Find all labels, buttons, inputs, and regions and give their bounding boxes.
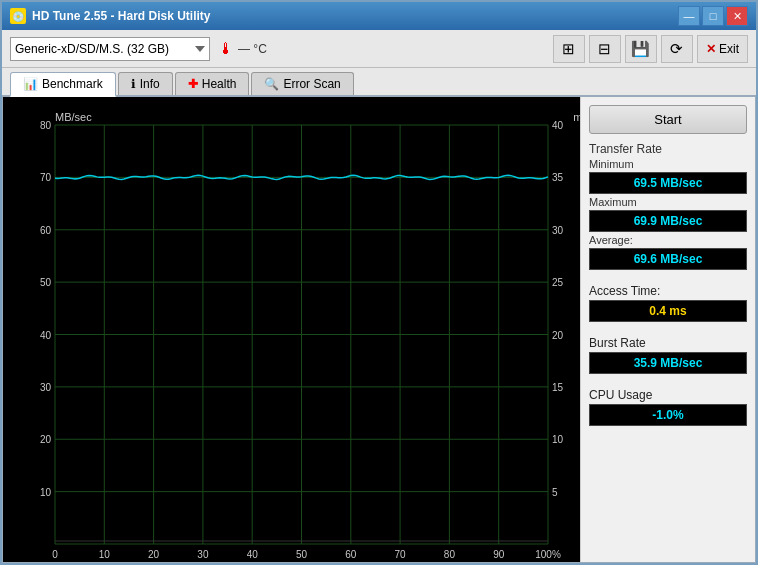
tab-benchmark[interactable]: 📊 Benchmark <box>10 72 116 97</box>
toolbar-right: ⊞ ⊟ 💾 ⟳ ✕ Exit <box>553 35 748 63</box>
benchmark-chart <box>13 107 580 562</box>
stats-section: Transfer Rate Minimum 69.5 MB/sec Maximu… <box>589 142 747 426</box>
window-title: HD Tune 2.55 - Hard Disk Utility <box>32 9 210 23</box>
cpu-usage-label: CPU Usage <box>589 388 747 402</box>
benchmark-icon: 📊 <box>23 77 38 91</box>
cpu-usage-value: -1.0% <box>589 404 747 426</box>
tab-health-label: Health <box>202 77 237 91</box>
exit-x-icon: ✕ <box>706 42 716 56</box>
tab-benchmark-label: Benchmark <box>42 77 103 91</box>
exit-button[interactable]: ✕ Exit <box>697 35 748 63</box>
chart-area <box>3 97 580 562</box>
tab-health[interactable]: ✚ Health <box>175 72 250 95</box>
tab-info[interactable]: ℹ Info <box>118 72 173 95</box>
copy1-button[interactable]: ⊞ <box>553 35 585 63</box>
access-time-value: 0.4 ms <box>589 300 747 322</box>
transfer-rate-label: Transfer Rate <box>589 142 747 156</box>
temperature-value: — °C <box>238 42 267 56</box>
burst-rate-group: Burst Rate 35.9 MB/sec <box>589 332 747 374</box>
burst-rate-value: 35.9 MB/sec <box>589 352 747 374</box>
drive-select[interactable]: Generic-xD/SD/M.S. (32 GB) <box>10 37 210 61</box>
titlebar: 💿 HD Tune 2.55 - Hard Disk Utility — □ ✕ <box>2 2 756 30</box>
copy2-icon: ⊟ <box>598 40 611 58</box>
titlebar-left: 💿 HD Tune 2.55 - Hard Disk Utility <box>10 8 210 24</box>
cpu-usage-group: CPU Usage -1.0% <box>589 384 747 426</box>
tab-error-scan-label: Error Scan <box>283 77 340 91</box>
save-icon: 💾 <box>631 40 650 58</box>
refresh-button[interactable]: ⟳ <box>661 35 693 63</box>
health-icon: ✚ <box>188 77 198 91</box>
average-label: Average: <box>589 234 747 246</box>
close-button[interactable]: ✕ <box>726 6 748 26</box>
average-value: 69.6 MB/sec <box>589 248 747 270</box>
content-area: Start Transfer Rate Minimum 69.5 MB/sec … <box>2 97 756 563</box>
refresh-icon: ⟳ <box>670 40 683 58</box>
copy2-button[interactable]: ⊟ <box>589 35 621 63</box>
maximum-label: Maximum <box>589 196 747 208</box>
minimum-label: Minimum <box>589 158 747 170</box>
main-window: 💿 HD Tune 2.55 - Hard Disk Utility — □ ✕… <box>0 0 758 565</box>
access-time-label: Access Time: <box>589 284 747 298</box>
exit-label: Exit <box>719 42 739 56</box>
start-button[interactable]: Start <box>589 105 747 134</box>
transfer-rate-group: Transfer Rate Minimum 69.5 MB/sec Maximu… <box>589 142 747 270</box>
tab-bar: 📊 Benchmark ℹ Info ✚ Health 🔍 Error Scan <box>2 68 756 97</box>
burst-rate-label: Burst Rate <box>589 336 747 350</box>
sidebar: Start Transfer Rate Minimum 69.5 MB/sec … <box>580 97 755 562</box>
minimize-button[interactable]: — <box>678 6 700 26</box>
thermometer-icon: 🌡 <box>218 40 234 58</box>
tab-error-scan[interactable]: 🔍 Error Scan <box>251 72 353 95</box>
maximum-value: 69.9 MB/sec <box>589 210 747 232</box>
temperature-display: 🌡 — °C <box>218 40 267 58</box>
save-button[interactable]: 💾 <box>625 35 657 63</box>
info-icon: ℹ <box>131 77 136 91</box>
titlebar-controls: — □ ✕ <box>678 6 748 26</box>
minimum-value: 69.5 MB/sec <box>589 172 747 194</box>
error-scan-icon: 🔍 <box>264 77 279 91</box>
access-time-group: Access Time: 0.4 ms <box>589 280 747 322</box>
toolbar-left: Generic-xD/SD/M.S. (32 GB) 🌡 — °C <box>10 37 267 61</box>
copy1-icon: ⊞ <box>562 40 575 58</box>
toolbar: Generic-xD/SD/M.S. (32 GB) 🌡 — °C ⊞ ⊟ 💾 … <box>2 30 756 68</box>
tab-info-label: Info <box>140 77 160 91</box>
maximize-button[interactable]: □ <box>702 6 724 26</box>
app-icon: 💿 <box>10 8 26 24</box>
